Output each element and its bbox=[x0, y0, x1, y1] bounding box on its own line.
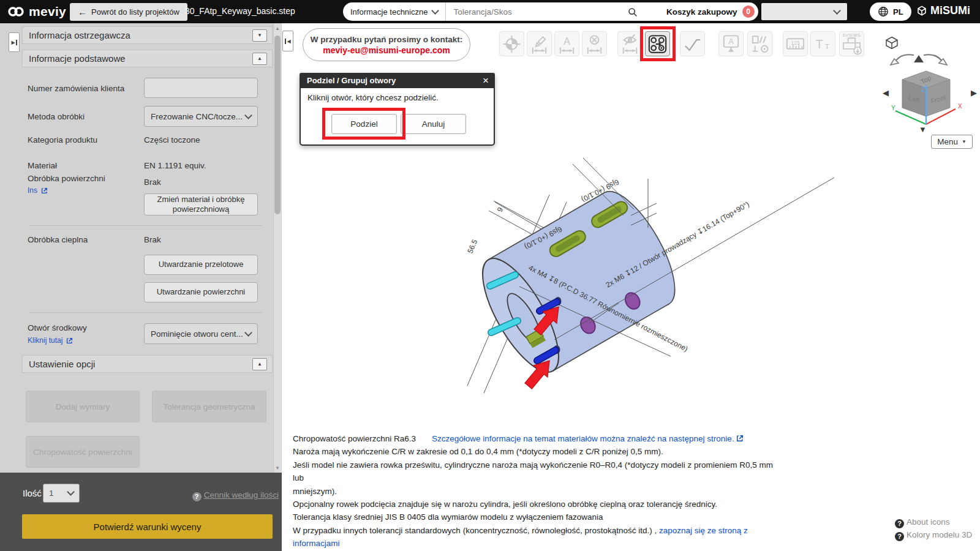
delete-dimension-icon bbox=[582, 32, 606, 56]
change-material-label: Zmień materiał i obróbkę powierzchniową bbox=[149, 195, 252, 215]
pricing-link[interactable]: Cennik według ilości bbox=[204, 490, 279, 500]
chevron-down-icon: ▼ bbox=[257, 32, 262, 38]
geometric-tolerance-button[interactable]: Tolerancja geometryczna bbox=[152, 391, 266, 422]
warning-toggle-button[interactable]: ▼ bbox=[252, 29, 267, 42]
search-icon[interactable] bbox=[628, 7, 638, 17]
project-filename: 30_FAtp_Keyway_basic.step bbox=[185, 6, 295, 16]
surface-roughness-button[interactable]: Chropowatość powierzchni bbox=[26, 436, 140, 468]
close-icon[interactable]: × bbox=[483, 75, 489, 86]
language-button[interactable]: PL bbox=[870, 2, 911, 21]
scroll-up-icon[interactable]: ▲ bbox=[274, 26, 281, 31]
svg-text:T: T bbox=[825, 42, 829, 50]
svg-text:123: 123 bbox=[791, 40, 800, 45]
order-number-label: Numer zamówienia klienta bbox=[28, 84, 124, 93]
product-category-label: Kategoria produktu bbox=[28, 135, 97, 144]
cancel-button[interactable]: Anuluj bbox=[401, 114, 466, 134]
change-material-button[interactable]: Zmień materiał i obróbkę powierzchniową bbox=[144, 193, 258, 216]
dialog-header[interactable]: Podziel / Grupuj otwory × bbox=[300, 73, 495, 88]
add-dimensions-label: Dodaj wymiary bbox=[56, 402, 110, 411]
view-menu-label: Menu bbox=[937, 137, 958, 146]
back-button-label: Powrót do listy projektów bbox=[91, 7, 179, 17]
svg-text:A: A bbox=[728, 37, 734, 46]
add-dimension-button[interactable] bbox=[527, 31, 552, 56]
chamfer-check-button[interactable] bbox=[680, 31, 705, 56]
through-hardening-button[interactable]: Utwardzanie przelotowe bbox=[144, 255, 258, 275]
contact-line: W przypadku pytań prosimy o kontakt: bbox=[311, 35, 462, 44]
search-bar: Informacje techniczne bbox=[343, 2, 676, 21]
axis-z-label: Z bbox=[921, 86, 925, 93]
machining-method-select[interactable]: Frezowanie CNC/tocze... bbox=[144, 106, 258, 127]
surface-finish-button[interactable]: A bbox=[718, 31, 744, 56]
split-button[interactable]: Podziel bbox=[331, 114, 397, 134]
topbar-select[interactable] bbox=[761, 3, 847, 20]
sidebar-expand-handle[interactable]: ▶ bbox=[9, 32, 20, 52]
cart-button[interactable]: Koszyk zakupowy 0 bbox=[658, 2, 758, 21]
confirm-quote-label: Potwierdź warunki wyceny bbox=[94, 522, 202, 532]
divider bbox=[29, 312, 262, 313]
cart-label: Koszyk zakupowy bbox=[666, 7, 737, 17]
measure-button[interactable]: 123 bbox=[783, 31, 808, 56]
search-input[interactable] bbox=[446, 2, 676, 21]
meviy-logo[interactable]: meviy bbox=[7, 4, 66, 19]
chevron-down-icon bbox=[833, 7, 841, 15]
contact-email[interactable]: meviy-eu@misumi-europe.com bbox=[323, 45, 450, 55]
question-icon: ? bbox=[895, 519, 904, 528]
surface-hardening-button[interactable]: Utwardzanie powierzchni bbox=[144, 282, 258, 302]
geometric-tolerance-icon bbox=[748, 32, 772, 56]
search-category-dropdown[interactable]: Informacje techniczne bbox=[343, 2, 446, 21]
add-dimensions-button[interactable]: Dodaj wymiary bbox=[26, 391, 140, 422]
delete-dimension-button[interactable] bbox=[582, 31, 607, 56]
quantity-select[interactable]: 1 bbox=[43, 484, 80, 503]
note-materials-link[interactable]: Szczegółowe informacje na temat materiał… bbox=[432, 434, 734, 443]
sidebar-scrollbar-thumb[interactable] bbox=[274, 36, 281, 214]
cancel-button-label: Anuluj bbox=[422, 119, 445, 129]
options-toggle-button[interactable]: ▲ bbox=[252, 358, 267, 370]
model-viewport[interactable]: 56.5 9 6js9 (+0.1/0) 6js9 (+0.1/0) 4x M4… bbox=[423, 153, 851, 422]
center-hole-link[interactable]: Kliknij tutaj bbox=[28, 334, 73, 345]
six-views-button[interactable]: 6VIEWS bbox=[839, 31, 864, 56]
section-options-label: Ustawienie opcji bbox=[29, 359, 95, 369]
meviy-app: meviy ← Powrót do listy projektów 30_FAt… bbox=[0, 0, 980, 551]
basic-toggle-button[interactable]: ▲ bbox=[252, 53, 267, 65]
notes-block: Chropowatość powierzchni Ra6.3 Szczegóło… bbox=[293, 432, 783, 551]
question-icon: ? bbox=[192, 492, 202, 501]
about-icons-link[interactable]: About icons bbox=[907, 517, 950, 527]
meviy-logo-text: meviy bbox=[29, 4, 66, 19]
model-colors-link[interactable]: Kolory modelu 3D bbox=[907, 530, 972, 539]
isometric-view-icon[interactable] bbox=[884, 36, 899, 50]
quantity-bar bbox=[0, 473, 282, 551]
hide-dimension-button[interactable] bbox=[617, 31, 643, 56]
dimension-text-button[interactable]: A bbox=[554, 31, 579, 56]
section-basic-info[interactable]: Informacje podstawowe ▲ bbox=[22, 50, 273, 67]
geometric-tolerance-tool-button[interactable] bbox=[747, 31, 772, 56]
section-options[interactable]: Ustawienie opcji ▲ bbox=[22, 355, 273, 373]
contact-info-box: W przypadku pytań prosimy o kontakt: mev… bbox=[303, 28, 470, 61]
view-cube[interactable]: Top Left Front Y X Z bbox=[882, 64, 974, 132]
chevron-up-icon: ▲ bbox=[257, 361, 262, 367]
text-size-button[interactable]: T T bbox=[810, 31, 835, 56]
product-category-value: Części toczone bbox=[144, 135, 200, 144]
scroll-down-icon[interactable]: ▼ bbox=[274, 465, 281, 471]
ins-link[interactable]: Ins bbox=[28, 184, 48, 195]
measure-ruler-icon: 123 bbox=[783, 32, 807, 56]
datum-target-icon bbox=[500, 32, 524, 56]
through-hardening-label: Utwardzanie przelotowe bbox=[159, 260, 244, 269]
center-hole-select[interactable]: Pominięcie otworu cent... bbox=[144, 323, 258, 344]
six-views-label: 6VIEWS bbox=[840, 33, 864, 37]
globe-icon bbox=[878, 6, 889, 17]
split-group-holes-button[interactable] bbox=[645, 31, 670, 56]
confirm-quote-button[interactable]: Potwierdź warunki wyceny bbox=[22, 514, 273, 539]
panel-collapse-handle[interactable]: ◀ bbox=[282, 31, 293, 51]
dialog-message: Kliknij otwór, który chcesz podzielić. bbox=[307, 93, 439, 102]
view-menu-button[interactable]: Menu ▼ bbox=[931, 135, 973, 149]
material-value: EN 1.1191 equiv. bbox=[144, 161, 206, 170]
note-roughness: Chropowatość powierzchni Ra6.3 bbox=[293, 434, 416, 443]
note-row: Opcjonalny rowek podcięcia znajduje się … bbox=[293, 498, 783, 511]
divider bbox=[29, 225, 262, 226]
datum-target-button[interactable] bbox=[499, 31, 524, 56]
center-hole-link-label: Kliknij tutaj bbox=[28, 336, 62, 345]
order-number-input[interactable] bbox=[144, 78, 258, 98]
back-to-projects-button[interactable]: ← Powrót do listy projektów bbox=[70, 3, 187, 21]
external-link-icon bbox=[41, 187, 48, 194]
section-warning-info[interactable]: Informacja ostrzegawcza ▼ bbox=[22, 26, 273, 44]
